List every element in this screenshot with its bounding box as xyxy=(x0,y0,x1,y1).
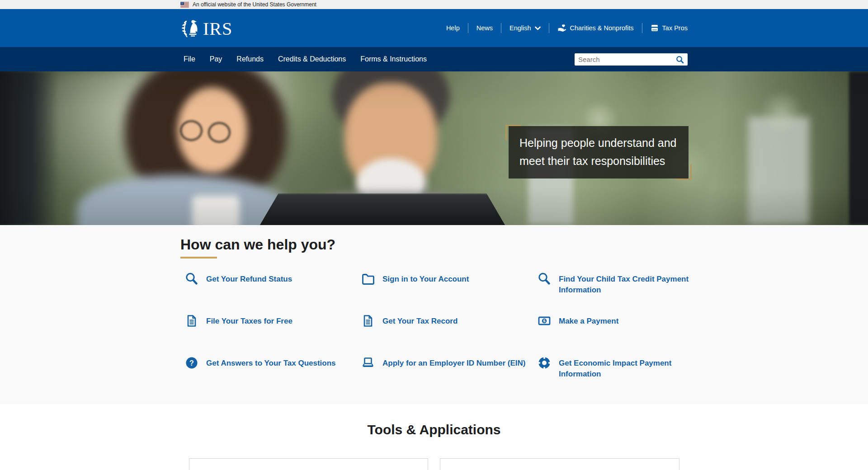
irs-logo[interactable]: IRS xyxy=(180,18,232,38)
irs-eagle-icon xyxy=(180,18,201,38)
main-nav: File Pay Refunds Credits & Deductions Fo… xyxy=(0,47,868,71)
banner-text: An official website of the United States… xyxy=(193,1,316,8)
document-icon xyxy=(361,314,375,328)
divider xyxy=(468,23,468,33)
hero-banner: Helping people understand and meet their… xyxy=(0,71,868,225)
svg-text:$: $ xyxy=(543,318,546,323)
dollar-bill-icon: $ xyxy=(538,314,551,328)
hero-vignette xyxy=(0,71,868,225)
tool-card-right xyxy=(440,458,679,470)
hero-headline: Helping people understand and meet their… xyxy=(519,136,677,167)
search-input[interactable] xyxy=(575,53,688,66)
nav-item-credits-deductions[interactable]: Credits & Deductions xyxy=(271,55,353,63)
tax-record-link[interactable]: Get Your Tax Record xyxy=(361,314,538,328)
refund-status-link[interactable]: Get Your Refund Status xyxy=(185,272,361,286)
child-tax-credit-link[interactable]: Find Your Child Tax Credit Payment Infor… xyxy=(538,272,714,296)
news-link[interactable]: News xyxy=(476,24,493,32)
gold-underline xyxy=(180,257,217,258)
logo-wordmark: IRS xyxy=(203,20,232,38)
laptop-icon xyxy=(361,356,375,370)
help-section: How can we help you? Get Your Refund Sta… xyxy=(0,225,868,404)
language-dropdown[interactable]: English xyxy=(509,24,541,32)
search-icon xyxy=(676,56,684,64)
sign-in-link[interactable]: Sign in to Your Account xyxy=(361,272,538,286)
gold-corner-bracket xyxy=(505,125,521,141)
divider xyxy=(501,23,501,33)
divider xyxy=(549,23,549,33)
hero-caption: Helping people understand and meet their… xyxy=(509,126,689,179)
folder-icon xyxy=(361,272,375,286)
help-section-title: How can we help you? xyxy=(180,236,688,253)
chevron-down-icon xyxy=(535,26,541,30)
economic-impact-link[interactable]: Get Economic Impact Payment Information xyxy=(538,356,714,380)
question-circle-icon: ? xyxy=(185,356,198,370)
search-icon xyxy=(185,272,198,286)
charities-nonprofits-link[interactable]: Charities & Nonprofits xyxy=(557,24,634,32)
hand-heart-icon xyxy=(557,24,566,32)
search-box xyxy=(575,53,688,66)
tax-pros-link[interactable]: Tax Pros xyxy=(651,24,688,32)
gold-corner-bracket xyxy=(676,164,692,180)
make-payment-link[interactable]: $ Make a Payment xyxy=(538,314,714,328)
help-link[interactable]: Help xyxy=(446,24,460,32)
life-ring-icon xyxy=(538,356,551,370)
tax-questions-link[interactable]: ? Get Answers to Your Tax Questions xyxy=(185,356,361,370)
site-header: IRS Help News English Charities & Nonpro… xyxy=(0,9,868,47)
header-links: Help News English Charities & Nonprofits xyxy=(446,23,688,33)
tools-section-title: Tools & Applications xyxy=(0,404,868,437)
svg-text:?: ? xyxy=(189,359,194,367)
help-links-grid: Get Your Refund Status Sign in to Your A… xyxy=(180,272,688,398)
apply-ein-link[interactable]: Apply for an Employer ID Number (EIN) xyxy=(361,356,538,370)
free-file-link[interactable]: File Your Taxes for Free xyxy=(185,314,361,328)
tools-section: Tools & Applications xyxy=(0,404,868,470)
nav-item-pay[interactable]: Pay xyxy=(203,55,230,63)
search-icon xyxy=(538,272,551,286)
us-flag-icon xyxy=(180,2,189,8)
tools-cards-row xyxy=(189,458,679,470)
ledger-icon xyxy=(651,24,659,32)
document-icon xyxy=(185,314,198,328)
tool-card-left xyxy=(189,458,429,470)
nav-item-forms-instructions[interactable]: Forms & Instructions xyxy=(353,55,434,63)
gov-banner: An official website of the United States… xyxy=(0,0,868,9)
nav-item-file[interactable]: File xyxy=(180,55,203,63)
divider xyxy=(642,23,642,33)
search-button[interactable] xyxy=(676,55,686,65)
nav-item-refunds[interactable]: Refunds xyxy=(229,55,271,63)
